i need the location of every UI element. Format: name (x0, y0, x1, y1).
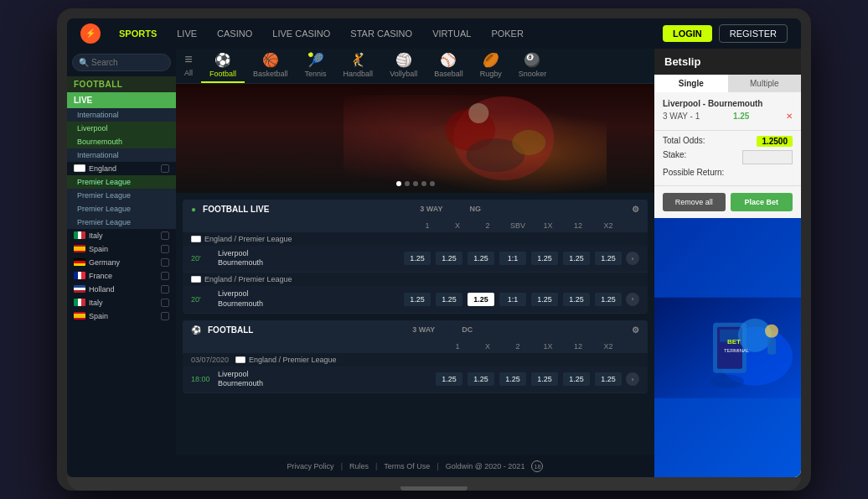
sidebar-sub-international2[interactable]: International (67, 148, 176, 162)
football-icon-2: ⚽ (191, 325, 201, 335)
tab-all[interactable]: ≡ All (176, 49, 201, 83)
dot-2[interactable] (405, 181, 410, 186)
odds-2-4[interactable]: 1:1 (499, 293, 526, 306)
sidebar-premier-league-1[interactable]: Premier League (67, 175, 176, 189)
nav-item-virtual[interactable]: VIRTUAL (424, 25, 479, 42)
stake-input[interactable] (742, 150, 793, 164)
handball-icon: 🤾 (349, 52, 366, 68)
search-container: 🔍 (67, 49, 176, 76)
checkbox-germany[interactable] (161, 258, 169, 267)
sidebar-sub-bournemouth[interactable]: Bournemouth (67, 135, 176, 148)
tab-football[interactable]: ⚽ Football (201, 49, 245, 83)
dot-5[interactable] (430, 181, 435, 186)
odds-1-3[interactable]: 1.25 (468, 252, 494, 265)
flag-holland (74, 285, 85, 293)
odds-2-1[interactable]: 1.25 (404, 293, 431, 306)
footer-privacy[interactable]: Privacy Policy (287, 462, 334, 470)
sidebar-premier-league-4[interactable]: Premier League (67, 216, 176, 229)
odds-1-4[interactable]: 1:1 (499, 252, 526, 265)
odds-1-1[interactable]: 1.25 (404, 252, 431, 265)
odds-3-6[interactable]: 1.25 (595, 372, 622, 386)
checkbox-france[interactable] (161, 272, 169, 280)
dot-3[interactable] (413, 181, 418, 186)
nav-item-sports[interactable]: SPORTS (111, 25, 165, 42)
footer-terms[interactable]: Terms Of Use (384, 462, 430, 470)
checkbox-spain[interactable] (161, 245, 169, 253)
tab-tennis[interactable]: 🎾 Tennis (297, 49, 335, 83)
login-button[interactable]: LOGIN (663, 25, 712, 42)
tab-baseball[interactable]: ⚾ Baseball (426, 49, 472, 83)
odds-1-6[interactable]: 1.25 (563, 252, 590, 265)
sidebar-sub-liverpool[interactable]: Liverpool (67, 122, 176, 135)
odds-3-5[interactable]: 1.25 (563, 372, 590, 386)
dot-4[interactable] (421, 181, 426, 186)
sidebar-premier-league-2[interactable]: Premier League (67, 189, 176, 202)
checkbox-england[interactable] (161, 164, 169, 173)
checkbox-holland[interactable] (161, 285, 169, 294)
arrow-btn-1[interactable]: › (626, 252, 639, 265)
remove-all-button[interactable]: Remove all (663, 193, 726, 211)
stake-row: Stake: (663, 150, 793, 164)
col-2-label: 2 (473, 221, 502, 230)
odds-2-7[interactable]: 1.25 (595, 293, 622, 306)
sidebar-country-italy[interactable]: Italy (67, 229, 176, 242)
odds-2-3[interactable]: 1.25 (468, 293, 494, 306)
flag-france (74, 272, 85, 279)
football-table-col-headers: 3 WAY DC (412, 325, 473, 334)
odds-2-6[interactable]: 1.25 (563, 293, 590, 306)
betslip-tab-multiple[interactable]: Multiple (728, 75, 802, 92)
dot-1[interactable] (396, 181, 401, 186)
odds-1-7[interactable]: 1.25 (595, 252, 622, 265)
match-teams-3: Liverpool Bournemouth (218, 370, 431, 389)
arrow-btn-3[interactable]: › (626, 372, 639, 386)
checkbox-italy2[interactable] (161, 299, 169, 307)
odds-1-2[interactable]: 1.25 (436, 252, 462, 265)
betslip-tab-single[interactable]: Single (654, 75, 728, 92)
filter-icon-2[interactable]: ⚙ (632, 325, 639, 335)
football-match-subheader: 03/07/2020 England / Premier League (183, 353, 648, 366)
col-12-label: 12 (564, 221, 592, 230)
tab-handball[interactable]: 🤾 Handball (335, 49, 382, 83)
footer-sep-1: | (341, 462, 343, 470)
sidebar-country-spain[interactable]: Spain (67, 242, 176, 256)
place-bet-button[interactable]: Place Bet (731, 193, 793, 211)
footer-rules[interactable]: Rules (349, 462, 369, 470)
col-sbv-label: SBV (504, 221, 532, 230)
tab-rugby[interactable]: 🏉 Rugby (472, 49, 510, 83)
tab-volleyball[interactable]: 🏐 Vollyball (381, 49, 426, 83)
sidebar-country-spain2[interactable]: Spain (67, 309, 176, 323)
sidebar-country-holland[interactable]: Holland (67, 283, 176, 296)
odds-3-1[interactable]: 1.25 (436, 372, 462, 386)
sidebar-country-germany[interactable]: Germany (67, 256, 176, 269)
nav-item-star-casino[interactable]: STAR CASINO (342, 25, 421, 42)
sidebar-premier-league-3[interactable]: Premier League (67, 202, 176, 216)
sidebar-country-france[interactable]: France (67, 269, 176, 283)
betslip-panel: Betslip Single Multiple Liverpool - Bour… (654, 49, 801, 478)
checkbox-italy[interactable] (161, 231, 169, 240)
odds-2-2[interactable]: 1.25 (436, 293, 462, 306)
tab-basketball[interactable]: 🏀 Basketball (245, 49, 297, 83)
sidebar-country-italy2[interactable]: Italy (67, 296, 176, 309)
odds-3-2[interactable]: 1.25 (468, 372, 494, 386)
odds-1-5[interactable]: 1.25 (531, 252, 558, 265)
nav-item-live-casino[interactable]: LIVE CASINO (264, 25, 338, 42)
register-button[interactable]: REGISTER (719, 24, 788, 43)
odds-3-4[interactable]: 1.25 (531, 372, 558, 386)
rugby-icon: 🏉 (483, 52, 499, 68)
sidebar-country-england[interactable]: England (67, 162, 176, 175)
nav-item-live[interactable]: LIVE (168, 25, 205, 42)
arrow-btn-2[interactable]: › (626, 293, 639, 306)
sidebar: 🔍 FOOTBALL LIVE International Liverpool … (67, 49, 176, 478)
nav-item-casino[interactable]: CASINO (209, 25, 261, 42)
sidebar-sub-international[interactable]: International (67, 108, 176, 122)
filter-icon[interactable]: ⚙ (632, 205, 639, 214)
checkbox-spain2[interactable] (161, 312, 169, 320)
odds-3-3[interactable]: 1.25 (499, 372, 526, 386)
bet-remove-icon[interactable]: ✕ (786, 112, 793, 121)
odds-2-5[interactable]: 1.25 (531, 293, 558, 306)
country-name-england: England (89, 164, 116, 173)
football-betting-table: ⚽ FOOTBALL 3 WAY DC ⚙ (183, 320, 648, 393)
tab-snooker[interactable]: 🎱 Snooker (510, 49, 555, 83)
nav-item-poker[interactable]: POKER (483, 25, 532, 42)
tab-rugby-label: Rugby (480, 70, 502, 78)
